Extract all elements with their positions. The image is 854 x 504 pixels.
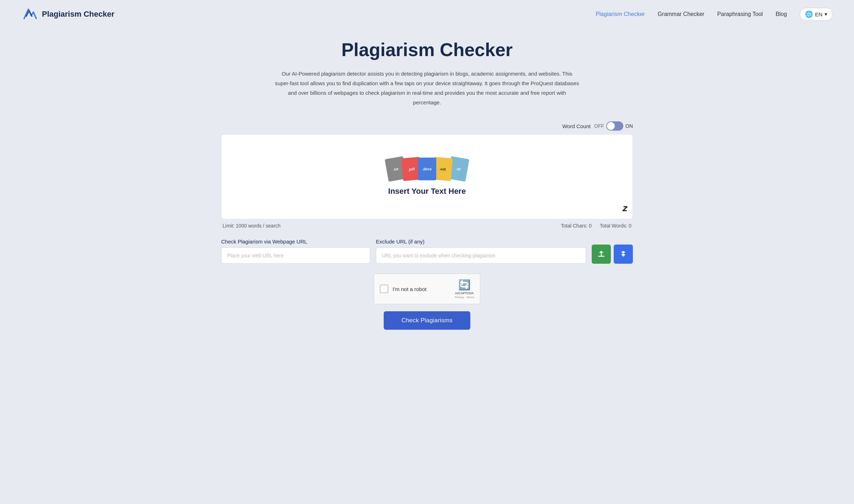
page-description: Our AI-Powered plagiarism detector assis… [274,69,580,107]
upload-icon [597,250,606,258]
word-count-label: Word Count [562,123,591,129]
url-group-right: Exclude URL (if any) [376,239,586,264]
dropbox-button[interactable] [614,245,633,264]
captcha-checkbox[interactable] [380,285,388,293]
captcha-left: I'm not a robot [380,285,426,293]
language-label: EN [815,11,822,17]
url-left-label: Check Plagiarism via Webpage URL [221,239,370,245]
check-plagiarisms-button[interactable]: Check Plagiarisms [384,311,470,330]
total-chars-label: Total Chars: [561,223,587,229]
logo-area: Plagiarism Checker [21,6,114,23]
url-right-label: Exclude URL (if any) [376,239,586,245]
recaptcha-label: reCAPTCHA [455,291,474,295]
header: Plagiarism Checker Plagiarism Checker Gr… [0,0,854,28]
main-content: Plagiarism Checker Our AI-Powered plagia… [200,28,654,340]
total-words-value: 0 [629,223,631,229]
stats-bar: Limit: 1000 words / search Total Chars: … [221,219,633,232]
file-icons: .txt .pdf .docx .odt .rtf [387,158,467,180]
word-count-toggle[interactable] [606,121,623,131]
total-stats: Total Chars: 0 Total Words: 0 [561,223,631,229]
recaptcha-logo-icon: 🔄 [458,279,471,291]
file-icon-docx: .docx [418,158,436,180]
submit-container: Check Plagiarisms [221,311,633,330]
captcha-right: 🔄 reCAPTCHA Privacy - Terms [455,279,474,299]
toggle-on-label: ON [625,123,633,129]
logo-icon [21,6,38,23]
exclude-url-input[interactable] [376,247,586,264]
url-section: Check Plagiarism via Webpage URL Exclude… [221,239,633,264]
dropbox-icon [619,250,628,258]
format-text-icon[interactable]: 𝙯 [622,202,627,214]
total-words-label: Total Words: [600,223,628,229]
limit-label: Limit: 1000 words / search [223,223,280,229]
webpage-url-input[interactable] [221,247,370,264]
toggle-area: OFF ON [594,121,633,131]
captcha-box: I'm not a robot 🔄 reCAPTCHA Privacy - Te… [374,274,480,304]
recaptcha-links: Privacy - Terms [455,296,474,299]
globe-icon: 🌐 [805,10,813,18]
toggle-knob [607,122,615,130]
main-nav: Plagiarism Checker Grammar Checker Parap… [596,8,833,21]
total-chars-value: 0 [589,223,592,229]
upload-button[interactable] [592,245,611,264]
captcha-text: I'm not a robot [393,286,426,292]
text-input-area[interactable]: .txt .pdf .docx .odt .rtf Insert Your Te… [221,134,633,219]
page-title: Plagiarism Checker [221,39,633,60]
text-area-inner: .txt .pdf .docx .odt .rtf Insert Your Te… [221,138,633,216]
insert-text-label: Insert Your Text Here [388,187,466,196]
nav-grammar-checker[interactable]: Grammar Checker [658,11,705,17]
language-button[interactable]: 🌐 EN ▾ [800,8,833,21]
url-buttons [592,245,633,264]
url-group-left: Check Plagiarism via Webpage URL [221,239,370,264]
chevron-down-icon: ▾ [825,11,827,17]
word-count-row: Word Count OFF ON [221,121,633,131]
captcha-container: I'm not a robot 🔄 reCAPTCHA Privacy - Te… [221,274,633,304]
nav-paraphrasing-tool[interactable]: Paraphrasing Tool [717,11,763,17]
nav-blog[interactable]: Blog [776,11,787,17]
toggle-off-label: OFF [594,123,604,129]
logo-text: Plagiarism Checker [42,10,114,19]
nav-plagiarism-checker[interactable]: Plagiarism Checker [596,11,645,17]
